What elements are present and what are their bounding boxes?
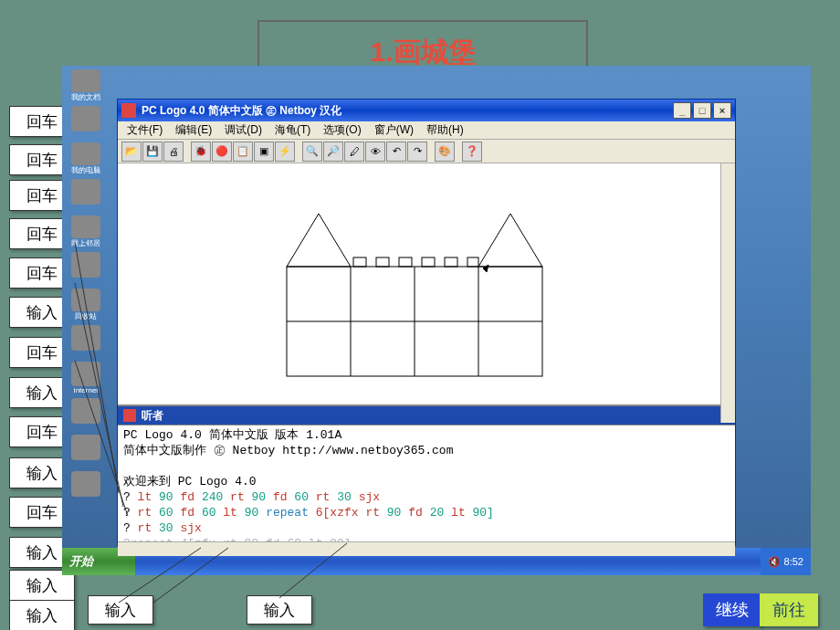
toolbar: 📂💾🖨🐞🔴📋▣⚡🔍🔎🖊👁↶↷🎨❓ [118,140,735,163]
toolbar-button[interactable]: 📂 [121,142,142,162]
svg-rect-8 [353,257,366,267]
maximize-button[interactable]: □ [693,102,711,119]
toolbar-button[interactable]: ↷ [407,142,427,162]
menubar: 文件(F)编辑(E)调试(D)海龟(T)选项(O)窗户(W)帮助(H) [118,121,735,140]
svg-marker-6 [287,214,351,267]
vertical-scrollbar[interactable] [720,163,735,423]
drawing-canvas[interactable] [118,163,735,406]
toolbar-button[interactable]: ↶ [386,142,406,162]
console-header: 听者 [118,406,735,425]
svg-rect-11 [422,257,435,267]
toolbar-button[interactable]: ❓ [462,142,482,162]
console-output[interactable]: PC Logo 4.0 简体中文版 版本 1.01A简体中文版制作 ㊣ Netb… [118,425,735,541]
toolbar-button[interactable]: 👁 [365,142,385,162]
minimize-button[interactable]: _ [673,102,691,119]
menu-item[interactable]: 海龟(T) [269,121,316,140]
toolbar-button[interactable]: 🖨 [163,142,184,162]
toolbar-button[interactable]: 🔴 [212,142,232,162]
pc-logo-window: PC Logo 4.0 简体中文版 ㊣ Netboy 汉化 _ □ × 文件(F… [117,99,736,546]
window-title: PC Logo 4.0 简体中文版 ㊣ Netboy 汉化 [142,103,341,119]
desktop-icon[interactable]: 网上邻居 [69,215,102,248]
desktop-icon[interactable]: 回收站 [69,289,102,321]
app-icon [121,103,136,118]
desktop-icon[interactable] [69,325,102,358]
input-button-row-1[interactable]: 输入 [88,595,153,625]
system-tray[interactable]: 🔇8:52 [761,548,811,575]
menu-item[interactable]: 窗户(W) [369,121,419,140]
close-button[interactable]: × [713,102,731,119]
toolbar-button[interactable]: 🔎 [323,142,343,162]
menu-item[interactable]: 编辑(E) [170,121,217,140]
desktop-icon[interactable]: 我的电脑 [69,142,102,175]
toolbar-button[interactable]: ▣ [254,142,274,162]
continue-button[interactable]: 继续 [703,593,761,626]
castle-drawing [118,163,735,406]
menu-item[interactable]: 选项(O) [318,121,366,140]
desktop-icon[interactable] [69,398,102,431]
desktop-icon[interactable] [69,106,102,139]
svg-rect-10 [399,257,412,267]
desktop-icon[interactable] [69,435,102,467]
toolbar-button[interactable]: 🖊 [344,142,364,162]
input-button-row-2[interactable]: 输入 [247,595,312,625]
toolbar-button[interactable]: 🎨 [435,142,455,162]
svg-rect-13 [467,257,478,267]
svg-rect-9 [376,257,389,267]
toolbar-button[interactable]: ⚡ [275,142,295,162]
menu-item[interactable]: 文件(F) [121,121,168,140]
desktop-icon[interactable] [69,252,102,285]
toolbar-button[interactable]: 📋 [233,142,253,162]
desktop-icons-column: 我的文档我的电脑网上邻居回收站Internet [69,69,115,508]
horizontal-scrollbar[interactable] [118,541,735,556]
menu-item[interactable]: 调试(D) [219,121,268,140]
menu-item[interactable]: 帮助(H) [421,121,469,140]
desktop-icon[interactable]: 我的文档 [69,69,102,102]
desktop-icon[interactable] [69,471,102,504]
toolbar-button[interactable]: 🐞 [191,142,211,162]
desktop-icon[interactable]: Internet [69,362,102,394]
window-titlebar: PC Logo 4.0 简体中文版 ㊣ Netboy 汉化 _ □ × [118,100,735,121]
console-icon [123,409,136,422]
desktop-icon[interactable] [69,179,102,212]
toolbar-button[interactable]: 🔍 [302,142,322,162]
go-button[interactable]: 前往 [760,593,818,626]
window-controls: _ □ × [673,102,731,119]
input-button[interactable]: 输入 [9,600,75,630]
svg-rect-12 [445,257,457,267]
svg-marker-7 [478,214,542,267]
toolbar-button[interactable]: 💾 [142,142,163,162]
